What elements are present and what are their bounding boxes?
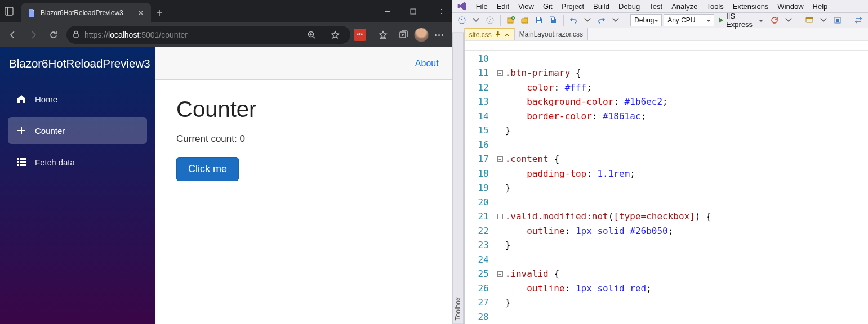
run-button[interactable]: IIS Express	[716, 14, 767, 26]
vertical-tabs-icon[interactable]	[0, 0, 18, 22]
forward-button[interactable]	[24, 25, 43, 44]
save-icon[interactable]	[533, 14, 545, 26]
about-link[interactable]: About	[415, 58, 439, 69]
nav-fwd-icon[interactable]	[484, 14, 496, 26]
close-tab-icon[interactable]	[136, 8, 145, 17]
pin-icon[interactable]	[495, 31, 501, 39]
svg-rect-10	[17, 164, 19, 166]
home-icon	[16, 93, 27, 105]
toolbox-pane[interactable]: Toolbox	[452, 28, 465, 325]
vs-menu-analyze[interactable]: Analyze	[667, 1, 702, 12]
vs-logo-icon[interactable]	[456, 0, 468, 12]
toolbar-sep	[500, 15, 501, 26]
vs-menu-help[interactable]: Help	[808, 1, 833, 12]
count-value: 0	[239, 133, 244, 144]
code-text[interactable]: .btn-primary { color: #fff; background-c…	[505, 51, 711, 325]
back-button[interactable]	[3, 25, 23, 44]
svg-rect-8	[17, 161, 19, 163]
nav-back-icon[interactable]	[456, 14, 468, 26]
more-menu-icon[interactable]	[430, 25, 449, 44]
svg-rect-18	[552, 18, 554, 20]
open-folder-icon[interactable]	[519, 14, 531, 26]
run-label: IIS Express	[726, 12, 756, 29]
browser-link-icon[interactable]	[803, 14, 816, 26]
overflow-icon[interactable]	[852, 14, 865, 26]
save-all-icon[interactable]	[547, 14, 559, 26]
vs-menu-tools[interactable]: Tools	[702, 1, 728, 12]
nav-back-drop-icon[interactable]	[470, 14, 482, 26]
zoom-icon[interactable]	[302, 25, 321, 44]
clickme-button[interactable]: Click me	[176, 157, 239, 181]
svg-rect-2	[411, 9, 416, 14]
web-publish-icon[interactable]	[831, 14, 844, 26]
vs-menubar: FileEditViewGitProjectBuildDebugTestAnal…	[452, 0, 868, 13]
site-lock-icon[interactable]	[72, 30, 80, 40]
nav-home[interactable]: Home	[8, 86, 147, 112]
vs-menu-window[interactable]: Window	[773, 1, 808, 12]
window-minimize[interactable]	[375, 0, 400, 22]
file-tab-mainlayout[interactable]: MainLayout.razor.css	[515, 28, 588, 40]
new-tab-button[interactable]	[151, 3, 168, 22]
file-tab-label: site.css	[469, 31, 492, 39]
code-editor[interactable]: 10111213141516171819202122232425262728 −…	[465, 51, 868, 325]
redo-icon[interactable]	[595, 14, 608, 26]
vs-menu-edit[interactable]: Edit	[492, 1, 514, 12]
redo-drop-icon[interactable]	[609, 14, 622, 26]
page-viewport: Blazor6HotReloadPreview3 Home Counter Fe…	[0, 47, 452, 324]
toolbox-label: Toolbox	[452, 33, 464, 325]
vs-menu-test[interactable]: Test	[644, 1, 667, 12]
undo-drop-icon[interactable]	[581, 14, 594, 26]
favorites-bar-icon[interactable]	[373, 25, 393, 44]
nav-counter-label: Counter	[35, 126, 65, 136]
browser-window: Blazor6HotReloadPreview3	[0, 0, 452, 324]
breadcrumb-bar[interactable]	[465, 40, 868, 51]
close-file-icon[interactable]	[504, 31, 510, 39]
url-text: https://localhost:5001/counter	[84, 30, 297, 39]
favorite-icon[interactable]	[326, 25, 345, 44]
svg-rect-6	[17, 158, 19, 160]
platform-dropdown[interactable]: Any CPU	[664, 14, 714, 26]
address-bar[interactable]: https://localhost:5001/counter	[66, 26, 350, 44]
app-brand[interactable]: Blazor6HotReloadPreview3	[0, 47, 155, 80]
browser-navbar: https://localhost:5001/counter ***	[0, 22, 452, 47]
browser-tab[interactable]: Blazor6HotReloadPreview3	[21, 3, 151, 22]
vs-menu-build[interactable]: Build	[589, 1, 614, 12]
svg-point-12	[459, 17, 465, 24]
extension-lastpass-icon[interactable]: ***	[354, 29, 366, 41]
app-topbar: About	[155, 47, 452, 80]
svg-rect-7	[20, 158, 26, 160]
visual-studio-window: FileEditViewGitProjectBuildDebugTestAnal…	[452, 0, 868, 324]
toolbar-sep	[563, 15, 564, 26]
undo-icon[interactable]	[567, 14, 580, 26]
vs-menu-extensions[interactable]: Extensions	[728, 1, 773, 12]
config-dropdown[interactable]: Debug	[630, 14, 662, 26]
vs-menu-project[interactable]: Project	[557, 1, 589, 12]
toolbar-sep	[799, 15, 799, 26]
editor-tabs: site.css MainLayout.razor.css	[465, 28, 868, 40]
refresh-button[interactable]	[44, 25, 63, 44]
vs-toolbar: Debug Any CPU IIS Express	[452, 13, 868, 28]
svg-rect-3	[74, 34, 78, 37]
window-maximize[interactable]	[400, 0, 426, 22]
fold-column[interactable]: −−−−	[495, 51, 505, 325]
file-tab-label: MainLayout.razor.css	[519, 30, 583, 38]
new-project-icon[interactable]	[505, 14, 517, 26]
toolbar-sep	[848, 15, 848, 26]
browser-link-drop-icon[interactable]	[817, 14, 830, 26]
file-tab-site-css[interactable]: site.css	[465, 28, 515, 40]
vs-menu-file[interactable]: File	[471, 1, 492, 12]
svg-rect-17	[537, 21, 541, 23]
hot-reload-icon[interactable]	[768, 14, 781, 26]
window-close[interactable]	[426, 0, 452, 22]
vs-menu-git[interactable]: Git	[538, 1, 557, 12]
vs-menu-debug[interactable]: Debug	[614, 1, 644, 12]
profile-avatar[interactable]	[414, 28, 429, 42]
app-sidebar: Blazor6HotReloadPreview3 Home Counter Fe…	[0, 47, 155, 324]
nav-fetch[interactable]: Fetch data	[8, 148, 147, 176]
count-line: Current count: 0	[176, 133, 431, 145]
nav-counter[interactable]: Counter	[8, 117, 147, 144]
collections-icon[interactable]	[394, 25, 413, 44]
vs-menu-view[interactable]: View	[514, 1, 538, 12]
hot-reload-drop-icon[interactable]	[782, 14, 795, 26]
svg-rect-0	[5, 7, 13, 15]
